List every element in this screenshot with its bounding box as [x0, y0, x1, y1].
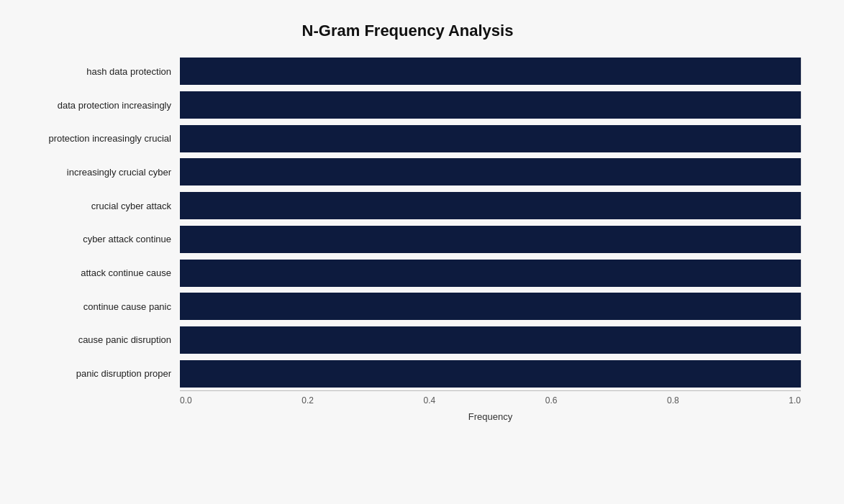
x-tick-3: 0.6 — [545, 395, 558, 406]
bar-fill — [180, 91, 801, 119]
bar-fill — [180, 158, 801, 185]
bar-track — [180, 192, 801, 219]
bar-label: cause panic disruption — [14, 334, 180, 345]
bar-track — [180, 91, 801, 119]
bar-track — [180, 260, 801, 287]
bar-label: continue cause panic — [14, 301, 180, 312]
bar-fill — [180, 58, 801, 85]
bar-label: panic disruption proper — [14, 368, 180, 379]
bar-label: crucial cyber attack — [14, 201, 180, 211]
x-tick-1: 0.2 — [301, 395, 314, 406]
x-tick-5: 1.0 — [789, 395, 801, 406]
chart-title: N-Gram Frequency Analysis — [14, 22, 801, 40]
chart-container: N-Gram Frequency Analysis hash data prot… — [0, 0, 844, 504]
table-row: protection increasingly crucial — [14, 122, 801, 155]
x-tick-0: 0.0 — [180, 395, 192, 406]
table-row: continue cause panic — [14, 290, 801, 324]
bar-label: protection increasingly crucial — [14, 133, 180, 144]
bar-label: increasingly crucial cyber — [14, 167, 180, 178]
x-tick-2: 0.4 — [424, 395, 436, 406]
table-row: data protection increasingly — [14, 88, 801, 122]
table-row: cause panic disruption — [14, 324, 801, 357]
bar-fill — [180, 326, 801, 354]
table-row: cyber attack continue — [14, 223, 801, 257]
bar-track — [180, 58, 801, 85]
table-row: hash data protection — [14, 55, 801, 88]
bar-fill — [180, 226, 801, 253]
table-row: panic disruption proper — [14, 357, 801, 390]
bars-container: hash data protectiondata protection incr… — [14, 55, 801, 390]
bar-label: data protection increasingly — [14, 100, 180, 111]
chart-area: hash data protectiondata protection incr… — [14, 55, 801, 422]
table-row: attack continue cause — [14, 256, 801, 290]
bar-fill — [180, 192, 801, 219]
bar-label: hash data protection — [14, 66, 180, 77]
x-tick-4: 0.8 — [667, 395, 679, 406]
bar-fill — [180, 260, 801, 287]
bar-track — [180, 326, 801, 354]
x-axis-label: Frequency — [180, 411, 801, 422]
bar-track — [180, 226, 801, 253]
bar-track — [180, 293, 801, 320]
bar-fill — [180, 293, 801, 320]
bar-fill — [180, 360, 801, 388]
bar-fill — [180, 125, 801, 152]
table-row: crucial cyber attack — [14, 189, 801, 223]
x-axis: 0.0 0.2 0.4 0.6 0.8 1.0 — [180, 395, 801, 406]
bar-label: attack continue cause — [14, 267, 180, 278]
bar-track — [180, 158, 801, 185]
bar-label: cyber attack continue — [14, 234, 180, 244]
table-row: increasingly crucial cyber — [14, 155, 801, 189]
bar-track — [180, 360, 801, 388]
bar-track — [180, 125, 801, 152]
